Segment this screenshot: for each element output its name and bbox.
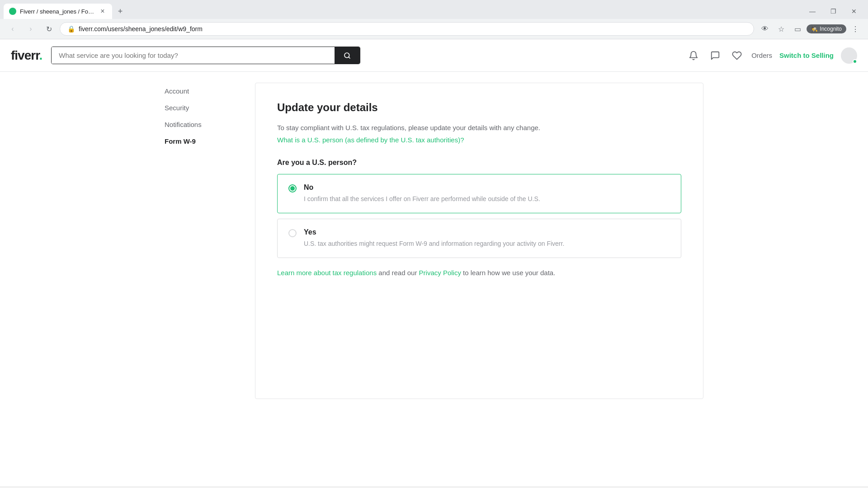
switch-to-selling-link[interactable]: Switch to Selling [779, 52, 834, 59]
notifications-icon[interactable] [686, 48, 701, 63]
footer-text: Learn more about tax regulations and rea… [277, 269, 681, 277]
page-description: To stay compliant with U.S. tax regulati… [277, 123, 681, 133]
tab-favicon [9, 8, 16, 15]
tab-title: Fiverr / sheena_jones / Form W- [20, 8, 95, 15]
main-content: Update your details To stay compliant wi… [255, 83, 703, 399]
close-tab-button[interactable]: × [99, 7, 107, 15]
nav-icons: Orders Switch to Selling [686, 47, 857, 64]
svg-line-1 [349, 57, 350, 58]
eye-slash-icon[interactable]: 👁 [758, 22, 772, 36]
no-option-content: No I confirm that all the services I off… [304, 183, 540, 204]
avatar[interactable] [841, 47, 857, 64]
browser-tab[interactable]: Fiverr / sheena_jones / Form W- × [4, 4, 112, 19]
online-indicator [853, 59, 857, 64]
new-tab-button[interactable]: + [114, 5, 127, 18]
address-bar[interactable]: 🔒 fiverr.com/users/sheena_jones/edit/w9_… [60, 22, 754, 36]
fiverr-app: fiverr. Orders Switch to Selling [0, 39, 868, 487]
page-title: Update your details [277, 101, 681, 114]
toolbar-right: 👁 ☆ ▭ 🕵 Incognito ⋮ [758, 22, 863, 36]
fiverr-logo[interactable]: fiverr. [11, 48, 42, 63]
browser-chrome: Fiverr / sheena_jones / Form W- × + — ❐ … [0, 0, 868, 39]
sidebar-item-notifications[interactable]: Notifications [165, 116, 244, 133]
sidebar-item-form-w9[interactable]: Form W-9 [165, 133, 244, 150]
privacy-policy-link[interactable]: Privacy Policy [419, 269, 461, 277]
incognito-badge: 🕵 Incognito [807, 24, 846, 33]
search-button[interactable] [335, 47, 360, 64]
incognito-icon: 🕵 [811, 26, 818, 32]
window-controls: — ❐ ✕ [798, 5, 868, 18]
footer-text-2: and read our [377, 269, 419, 277]
minimize-button[interactable]: — [802, 5, 823, 18]
no-option-card[interactable]: No I confirm that all the services I off… [277, 174, 681, 213]
url-text: fiverr.com/users/sheena_jones/edit/w9_fo… [79, 25, 203, 33]
browser-tabs-row: Fiverr / sheena_jones / Form W- × + — ❐ … [0, 0, 868, 19]
incognito-label: Incognito [820, 26, 842, 32]
sidebar-item-security[interactable]: Security [165, 99, 244, 116]
forward-button[interactable]: › [24, 22, 38, 36]
menu-icon[interactable]: ⋮ [848, 22, 863, 36]
browser-toolbar: ‹ › ↻ 🔒 fiverr.com/users/sheena_jones/ed… [0, 19, 868, 39]
navbar: fiverr. Orders Switch to Selling [0, 39, 868, 72]
no-option-label: No [304, 183, 540, 192]
no-option-description: I confirm that all the services I offer … [304, 194, 540, 204]
logo-text: fiverr [11, 48, 39, 62]
section-question: Are you a U.S. person? [277, 159, 681, 167]
yes-radio-input[interactable] [288, 229, 297, 237]
yes-option-description: U.S. tax authorities might request Form … [304, 239, 564, 249]
bookmark-icon[interactable]: ☆ [774, 22, 788, 36]
sidebar-item-account[interactable]: Account [165, 83, 244, 99]
tax-regulations-link[interactable]: Learn more about tax regulations [277, 269, 377, 277]
no-radio-input[interactable] [288, 184, 297, 192]
profile-icon[interactable]: ▭ [790, 22, 805, 36]
close-window-button[interactable]: ✕ [844, 5, 864, 18]
orders-link[interactable]: Orders [751, 52, 772, 59]
search-bar[interactable] [51, 47, 360, 64]
page-layout: Account Security Notifications Form W-9 … [154, 72, 714, 410]
sidebar: Account Security Notifications Form W-9 [165, 83, 255, 399]
search-input[interactable] [52, 47, 334, 64]
maximize-button[interactable]: ❐ [823, 5, 844, 18]
favorites-icon[interactable] [730, 48, 744, 63]
reload-button[interactable]: ↻ [42, 22, 56, 36]
messages-icon[interactable] [708, 48, 722, 63]
lock-icon: 🔒 [67, 25, 75, 33]
back-button[interactable]: ‹ [5, 22, 20, 36]
logo-dot: . [39, 48, 42, 62]
yes-option-card[interactable]: Yes U.S. tax authorities might request F… [277, 219, 681, 258]
yes-option-label: Yes [304, 228, 564, 236]
yes-option-content: Yes U.S. tax authorities might request F… [304, 228, 564, 249]
search-icon [344, 52, 351, 59]
footer-text-3: to learn how we use your data. [461, 269, 555, 277]
us-person-info-link[interactable]: What is a U.S. person (as defined by the… [277, 136, 464, 144]
